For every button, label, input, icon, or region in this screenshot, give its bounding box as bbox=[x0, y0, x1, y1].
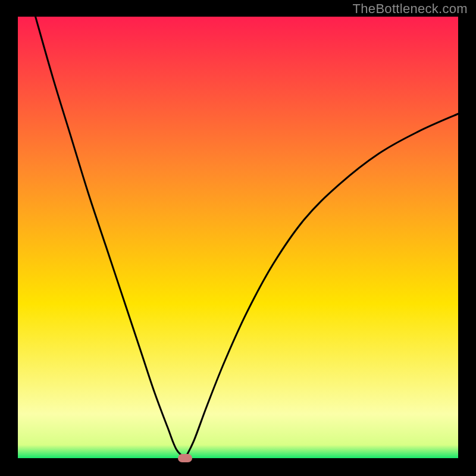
chart-frame: TheBottleneck.com bbox=[0, 0, 476, 476]
bottleneck-chart bbox=[18, 17, 458, 458]
watermark-text: TheBottleneck.com bbox=[353, 1, 468, 17]
gradient-background bbox=[18, 17, 458, 458]
